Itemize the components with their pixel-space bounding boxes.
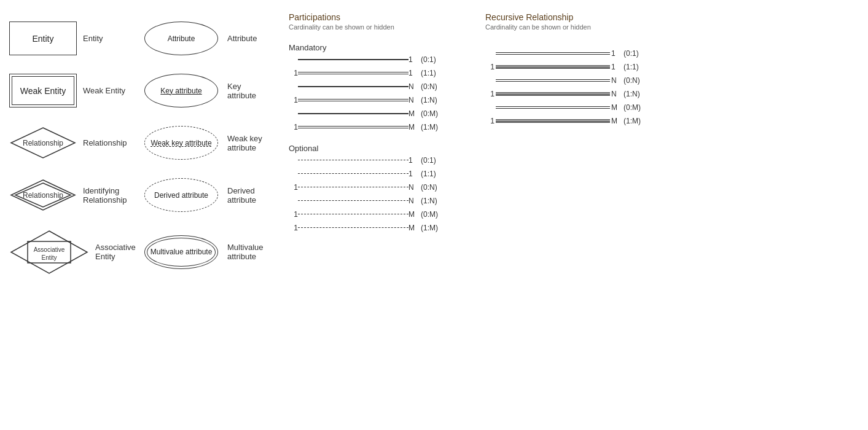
multivalue-shape-label: Multivalue attribute (151, 248, 213, 256)
optional-part-row-0: 1 (0:1) (289, 156, 467, 165)
part-line-0: 1 (289, 55, 418, 64)
optional-part-row-5: 1 M (1:M) (289, 224, 467, 232)
entity-text-label: Entity (83, 34, 103, 43)
svg-text:Entity: Entity (41, 254, 57, 261)
key-attribute-shape-container: Key attribute (141, 72, 221, 109)
key-attribute-shape: Key attribute (144, 74, 218, 108)
recursive-subtitle: Cardinality can be shown or hidden (485, 23, 657, 31)
attribute-shape: Attribute (144, 22, 218, 55)
derived-attribute-shape: Derived attribute (144, 178, 218, 212)
line-dashed (298, 173, 409, 174)
mandatory-part-row-4: M (0:M) (289, 109, 467, 118)
line-dashed (298, 200, 409, 201)
line-solid (298, 86, 409, 87)
weak-entity-row: Weak Entity Weak Entity (6, 64, 129, 117)
derived-attribute-text-label: Derived attribute (227, 186, 270, 205)
participations-panel: Participations Cardinality can be shown … (270, 12, 467, 283)
rec-triple-line (496, 92, 610, 96)
key-attribute-shape-label: Key attribute (160, 87, 201, 95)
attribute-row: Attribute Attribute (141, 12, 270, 64)
rec-line-2: N (485, 76, 620, 85)
identifying-relationship-row: Relationship Identifying Relationship (6, 169, 129, 221)
svg-text:Associative: Associative (34, 246, 65, 253)
mandatory-part-row-1: 1 1 (1:1) (289, 69, 467, 77)
optional-part-row-2: 1 N (0:N) (289, 183, 467, 192)
opt-line-4: 1 M (289, 210, 418, 219)
diamond-svg: Relationship (9, 126, 77, 160)
associative-entity-row: Associative Entity Associative Entity (6, 221, 129, 283)
associative-entity-svg: Associative Entity (9, 229, 89, 275)
recursive-panel: Recursive Relationship Cardinality can b… (467, 12, 657, 283)
entity-row: Entity Entity (6, 12, 129, 64)
mandatory-part-row-3: 1 N (1:N) (289, 96, 467, 104)
rec-line-0: 1 (485, 49, 620, 58)
rec-row-1: 1 1 (1:1) (485, 63, 657, 71)
participations-title: Participations (289, 12, 467, 22)
rec-double-line (496, 79, 610, 82)
mandatory-label: Mandatory (289, 43, 467, 52)
rec-row-0: 1 (0:1) (485, 49, 657, 58)
part-line-1: 1 1 (289, 69, 418, 77)
part-line-2: N (289, 82, 418, 91)
weak-key-row: Weak key attribute Weak key attribute (141, 117, 270, 169)
opt-line-3: N (289, 197, 418, 205)
optional-part-row-1: 1 (1:1) (289, 170, 467, 178)
rec-row-2: N (0:N) (485, 76, 657, 85)
line-double (298, 99, 409, 101)
weak-entity-shape-label: Weak Entity (20, 86, 66, 96)
line-dashed (298, 187, 409, 188)
multivalue-attribute-row: Multivalue attribute Multivalue attribut… (141, 221, 270, 283)
relationship-shape: Relationship (9, 126, 77, 160)
opt-line-2: 1 N (289, 183, 418, 192)
identifying-relationship-text-label: Identifying Relationship (83, 186, 127, 205)
line-dashed (298, 227, 409, 229)
weak-key-shape-container: Weak key attribute (141, 125, 221, 162)
optional-part-row-4: 1 M (0:M) (289, 210, 467, 219)
rec-line-5: 1 M (485, 117, 620, 125)
shapes-panel: Entity Entity Weak Entity Weak Entity Re… (6, 12, 129, 283)
key-attribute-row: Key attribute Key attribute (141, 64, 270, 117)
relationship-text-label: Relationship (83, 138, 127, 147)
line-dashed (298, 160, 409, 161)
associative-entity-shape: Associative Entity (9, 227, 89, 276)
rec-row-3: 1 N (1:N) (485, 90, 657, 98)
rec-line-1: 1 1 (485, 63, 620, 71)
optional-label: Optional (289, 144, 467, 153)
svg-text:Relationship: Relationship (23, 139, 63, 147)
derived-attribute-shape-container: Derived attribute (141, 177, 221, 214)
rec-triple-line (496, 119, 610, 123)
part-line-5: 1 M (289, 123, 418, 131)
weak-entity-text-label: Weak Entity (83, 86, 125, 95)
svg-text:Relationship: Relationship (23, 191, 63, 200)
rec-double-line (496, 106, 610, 109)
rec-row-4: M (0:M) (485, 103, 657, 112)
recursive-title: Recursive Relationship (485, 12, 657, 22)
line-double (298, 72, 409, 74)
line-double (298, 126, 409, 128)
multivalue-shape: Multivalue attribute (144, 235, 218, 269)
attributes-panel: Attribute Attribute Key attribute Key at… (129, 12, 270, 283)
opt-line-5: 1 M (289, 224, 418, 232)
rec-triple-line (496, 65, 610, 69)
multivalue-text-label: Multivalue attribute (227, 243, 270, 261)
derived-attribute-shape-label: Derived attribute (154, 191, 208, 200)
weak-key-shape-label: Weak key attribute (151, 139, 211, 147)
entity-shape-label: Entity (32, 34, 53, 44)
opt-line-0: 1 (289, 156, 418, 165)
identifying-relationship-shape: Relationship (9, 178, 77, 212)
part-line-4: M (289, 109, 418, 118)
rec-line-3: 1 N (485, 90, 620, 98)
relationship-row: Relationship Relationship (6, 117, 129, 169)
mandatory-part-row-5: 1 M (1:M) (289, 123, 467, 131)
mandatory-part-row-2: N (0:N) (289, 82, 467, 91)
attribute-shape-label: Attribute (168, 34, 195, 43)
weak-key-text-label: Weak key attribute (227, 134, 270, 152)
participations-subtitle: Cardinality can be shown or hidden (289, 23, 467, 31)
rec-double-line (496, 52, 610, 55)
line-dashed (298, 214, 409, 215)
key-attribute-text-label: Key attribute (227, 82, 270, 100)
multivalue-shape-container: Multivalue attribute (141, 233, 221, 270)
derived-attribute-row: Derived attribute Derived attribute (141, 169, 270, 221)
weak-entity-shape: Weak Entity (9, 74, 77, 108)
rec-line-4: M (485, 103, 620, 112)
